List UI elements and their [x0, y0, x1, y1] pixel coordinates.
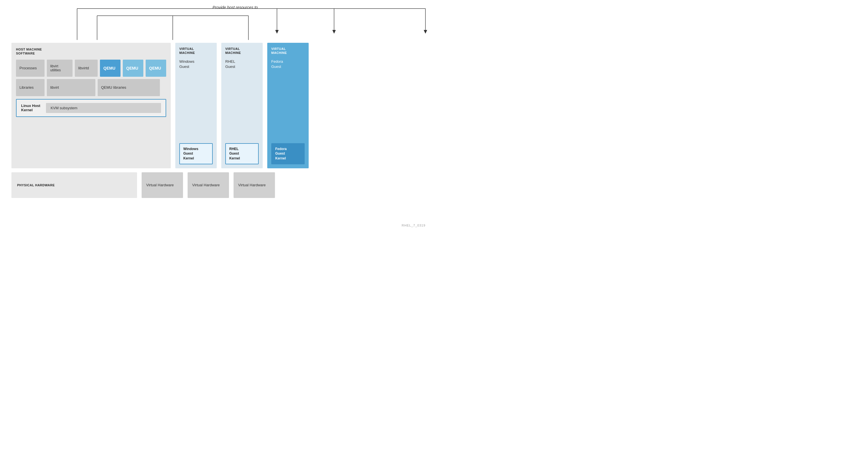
vm3-section: VIRTUAL MACHINE Fedora Guest Fedora Gues…: [267, 43, 309, 168]
svg-marker-7: [275, 30, 279, 34]
vm1-guest-label: Windows Guest: [179, 59, 213, 140]
vm1-kernel-box: Windows Guest Kernel: [179, 143, 213, 164]
libraries-box: Libraries: [16, 79, 44, 96]
vm3-title: VIRTUAL MACHINE: [271, 47, 305, 55]
kernel-label: Linux Host Kernel: [21, 104, 40, 112]
vm1-title: VIRTUAL MACHINE: [179, 47, 213, 55]
vm1-section: VIRTUAL MACHINE Windows Guest Windows Gu…: [175, 43, 217, 168]
diagram-container: Provide host resources to HOST MACHINE S…: [0, 0, 434, 232]
libvirt-box: libvirt: [47, 79, 95, 96]
vm2-section: VIRTUAL MACHINE RHEL Guest RHEL Guest Ke…: [221, 43, 263, 168]
top-annotation: Provide host resources to: [212, 5, 258, 10]
virtual-hw-3: Virtual Hardware: [234, 172, 275, 198]
processes-box: Processes: [16, 60, 44, 77]
physical-title: PHYSICAL HARDWARE: [17, 184, 55, 187]
libvirt-utilities-box: libvirtutilities: [47, 60, 72, 77]
qemu3-box: QEMU: [146, 60, 166, 77]
svg-marker-9: [332, 30, 336, 34]
main-row: HOST MACHINE SOFTWARE Processes libvirtu…: [6, 43, 428, 168]
bottom-row: PHYSICAL HARDWARE Virtual Hardware Virtu…: [6, 172, 428, 198]
qemu2-box: QEMU: [123, 60, 143, 77]
vm2-title: VIRTUAL MACHINE: [225, 47, 259, 55]
virtual-hw-1: Virtual Hardware: [142, 172, 183, 198]
vm2-kernel-box: RHEL Guest Kernel: [225, 143, 259, 164]
vm3-guest-label: Fedora Guest: [271, 59, 305, 140]
vm3-kernel-box: Fedora Guest Kernel: [271, 143, 305, 164]
qemu1-box: QEMU: [100, 60, 121, 77]
diagram-id: RHEL_7_0319: [402, 224, 426, 227]
kernel-box: Linux Host Kernel KVM subsystem: [16, 99, 166, 117]
kvm-box: KVM subsystem: [46, 103, 161, 113]
svg-marker-11: [424, 30, 427, 34]
host-section-title: HOST MACHINE SOFTWARE: [16, 47, 166, 56]
vm2-guest-label: RHEL Guest: [225, 59, 259, 140]
libvirtd-box: libvirtd: [75, 60, 98, 77]
qemu-libraries-box: QEMU libraries: [98, 79, 160, 96]
virtual-hw-2: Virtual Hardware: [188, 172, 229, 198]
physical-section: PHYSICAL HARDWARE: [11, 172, 137, 198]
host-section: HOST MACHINE SOFTWARE Processes libvirtu…: [11, 43, 171, 168]
